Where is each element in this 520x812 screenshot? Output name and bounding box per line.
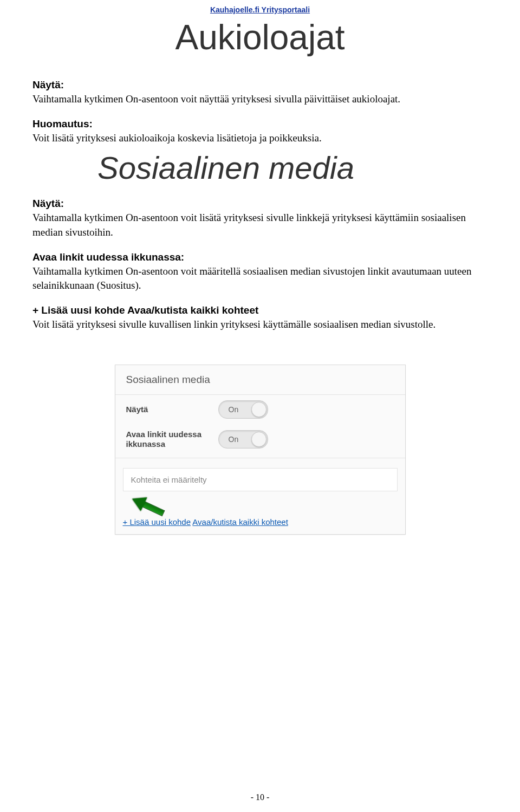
heading-sosiaalinen-media: Sosiaalinen media xyxy=(98,145,487,186)
row-label-avaa-linkit: Avaa linkit uudessa ikkunassa xyxy=(126,430,218,449)
panel-row-avaa-linkit: Avaa linkit uudessa ikkunassa On xyxy=(115,424,405,454)
toggle-on-text: On xyxy=(229,405,239,414)
section-nayta-1-label: Näytä: xyxy=(32,79,487,91)
empty-list-message: Kohteita ei määritelty xyxy=(123,468,398,491)
row-label-nayta: Näytä xyxy=(126,405,218,414)
section-avaa-linkit-text: Vaihtamalla kytkimen On-asentoon voit mä… xyxy=(32,264,487,293)
divider-2 xyxy=(115,458,405,458)
section-huomautus-label: Huomautus: xyxy=(32,118,487,130)
section-nayta-2-text: Vaihtamalla kytkimen On-asentoon voit li… xyxy=(32,211,487,239)
toggle-nayta[interactable]: On xyxy=(218,400,268,419)
settings-panel: Sosiaalinen media Näytä On Avaa linkit u… xyxy=(115,365,406,535)
section-nayta-1-text: Vaihtamalla kytkimen On-asentoon voit nä… xyxy=(32,92,487,106)
toggle-knob-icon-2 xyxy=(251,432,266,447)
section-huomautus-text: Voit lisätä yrityksesi aukioloaikoja kos… xyxy=(32,131,487,145)
page-number: - 10 - xyxy=(0,792,520,802)
panel-row-nayta: Näytä On xyxy=(115,395,405,424)
toggle-knob-icon xyxy=(251,402,266,417)
section-nayta-2-label: Näytä: xyxy=(32,198,487,210)
section-lisaa-kohde-text: Voit lisätä yrityksesi sivulle kuvallise… xyxy=(32,317,487,332)
section-lisaa-kohde-label: + Lisää uusi kohde Avaa/kutista kaikki k… xyxy=(32,304,487,316)
site-header-link[interactable]: Kauhajoelle.fi Yritysportaali xyxy=(32,5,487,14)
toggle-on-text-2: On xyxy=(229,435,239,444)
add-new-item-link[interactable]: + Lisää uusi kohde xyxy=(123,517,191,527)
section-avaa-linkit-label: Avaa linkit uudessa ikkunassa: xyxy=(32,251,487,263)
toggle-avaa-linkit[interactable]: On xyxy=(218,430,268,449)
panel-action-links: + Lisää uusi kohde Avaa/kutista kaikki k… xyxy=(115,498,405,534)
panel-title: Sosiaalinen media xyxy=(115,365,405,391)
page-title: Aukioloajat xyxy=(32,17,487,57)
expand-collapse-all-link[interactable]: Avaa/kutista kaikki kohteet xyxy=(192,517,288,527)
